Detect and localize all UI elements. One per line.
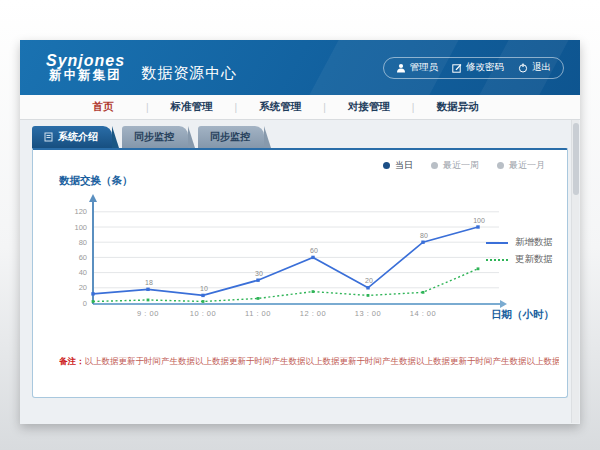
scrollbar-thumb[interactable] [573,123,579,195]
y-tick-label: 60 [79,253,87,262]
legend-item-1: 更新数据 [485,251,553,268]
data-point-label: 30 [255,270,263,277]
x-tick-label: 9 : 00 [137,309,159,318]
nav-item-2[interactable]: 系统管理 [237,100,323,114]
filter-radio-2[interactable]: 最近一月 [497,159,545,172]
range-filter-group: 当日最近一周最近一月 [383,159,545,172]
y-tick-label: 40 [79,268,87,277]
scrollbar[interactable] [571,120,579,423]
content-area: 系统介绍同步监控同步监控 当日最近一周最近一月 数据交换（条） 02040608… [20,120,580,423]
radio-icon [431,162,438,169]
logo: Synjones 新中新集团 [46,52,125,83]
x-tick-label: 14 : 00 [410,309,436,318]
data-point [91,292,94,295]
chart-svg: 0204060801001209 : 0010 : 0011 : 0012 : … [43,190,513,330]
y-tick-label: 0 [83,299,87,308]
user-menu: 管理员 修改密码 退出 [383,57,565,79]
data-point [421,241,424,244]
filter-label: 最近一月 [509,159,545,172]
page: Synjones 新中新集团 数据资源中心 管理员 修改密码 [0,0,600,450]
tab-label: 同步监控 [210,130,250,144]
line-chart: 0204060801001209 : 0010 : 0011 : 0012 : … [43,190,513,330]
y-tick-label: 100 [74,223,87,232]
change-password-button[interactable]: 修改密码 [452,61,504,74]
legend-label: 更新数据 [515,253,553,266]
data-point-label: 80 [420,232,428,239]
data-point [477,267,480,270]
power-icon [518,63,528,73]
filter-label: 当日 [395,159,413,172]
chart-legend: 新增数据更新数据 [485,234,553,268]
data-point [147,299,150,302]
x-axis-title: 日期（小时） [491,308,554,322]
logo-primary: Synjones [46,52,125,70]
x-tick-label: 10 : 00 [190,309,216,318]
y-axis-arrow-icon [89,194,97,202]
tab-0[interactable]: 系统介绍 [32,126,112,148]
data-point-label: 10 [200,285,208,292]
data-point [312,290,315,293]
data-point [257,297,260,300]
data-point [202,300,205,303]
radio-icon [383,162,390,169]
nav-item-3[interactable]: 对接管理 [326,100,412,114]
x-axis-arrow-icon [500,300,507,308]
data-point [476,225,479,228]
app-window: Synjones 新中新集团 数据资源中心 管理员 修改密码 [20,40,580,424]
main-nav: 首页|标准管理|系统管理|对接管理|数据异动 [20,95,580,120]
nav-item-0[interactable]: 首页 [60,100,146,114]
footer-note: 备注：以上数据更新于时间产生数据以上数据更新于时间产生数据以上数据更新于时间产生… [59,356,559,368]
user-icon [396,63,406,73]
y-tick-label: 80 [79,238,87,247]
data-point-label: 60 [310,247,318,254]
filter-radio-0[interactable]: 当日 [383,159,413,172]
x-tick-label: 13 : 00 [355,309,381,318]
logo-secondary: 新中新集团 [46,69,125,83]
data-point [146,288,149,291]
y-axis-title: 数据交换（条） [59,174,133,188]
legend-label: 新增数据 [515,236,553,249]
page-title: 数据资源中心 [141,64,237,83]
y-tick-label: 20 [79,283,87,292]
filter-label: 最近一周 [443,159,479,172]
change-password-label: 修改密码 [466,61,504,74]
nav-item-4[interactable]: 数据异动 [414,100,500,114]
data-point-label: 20 [365,277,373,284]
footer-note-text: 以上数据更新于时间产生数据以上数据更新于时间产生数据以上数据更新于时间产生数据以… [85,356,560,366]
header: Synjones 新中新集团 数据资源中心 管理员 修改密码 [20,40,580,95]
x-tick-label: 12 : 00 [300,309,326,318]
tab-label: 同步监控 [134,130,174,144]
nav-item-1[interactable]: 标准管理 [149,100,235,114]
data-point [422,291,425,294]
data-point [256,279,259,282]
tab-2[interactable]: 同步监控 [198,126,264,148]
data-point [311,256,314,259]
data-point [366,286,369,289]
filter-radio-1[interactable]: 最近一周 [431,159,479,172]
chart-panel: 当日最近一周最近一月 数据交换（条） 0204060801001209 : 00… [32,148,568,398]
x-tick-label: 11 : 00 [245,309,271,318]
footer-note-label: 备注： [59,356,85,366]
radio-icon [497,162,504,169]
tab-1[interactable]: 同步监控 [122,126,188,148]
tab-label: 系统介绍 [58,130,98,144]
data-point [201,294,204,297]
user-name: 管理员 [410,61,439,74]
edit-icon [452,63,462,73]
legend-item-0: 新增数据 [485,234,553,251]
logout-label: 退出 [532,61,551,74]
user-account[interactable]: 管理员 [396,61,439,74]
legend-line-sample [485,257,509,263]
y-tick-label: 120 [74,207,87,216]
legend-line-sample [485,240,509,246]
tab-bar: 系统介绍同步监控同步监控 [32,126,274,148]
logout-button[interactable]: 退出 [518,61,551,74]
document-icon [44,132,53,142]
data-point [92,300,95,303]
data-point-label: 18 [145,279,153,286]
data-point [367,294,370,297]
data-point-label: 100 [473,217,485,224]
